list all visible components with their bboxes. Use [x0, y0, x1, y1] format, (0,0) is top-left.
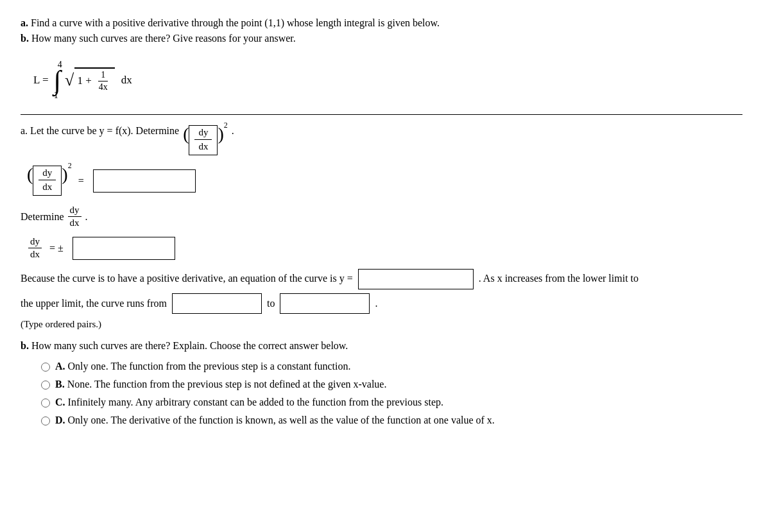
right-paren: ) [218, 125, 223, 143]
part-b-header-line: b. How many such curves are there? Give … [21, 31, 742, 46]
option-a-text: Only one. The function from the previous… [68, 361, 351, 372]
left-paren: ( [183, 125, 189, 143]
curve-equation-input[interactable] [358, 269, 474, 289]
bold-b-label: b. [21, 33, 29, 44]
dy-dx-fraction-box-2: dy dx [33, 166, 62, 196]
part-b-bold: b. [21, 340, 29, 351]
dy-top-4: dy [28, 236, 42, 248]
part-a-header-text: Find a curve with a positive derivative … [31, 17, 440, 28]
radio-b[interactable] [41, 381, 50, 390]
option-d-text: Only one. The derivative of the function… [68, 415, 495, 425]
problem-header: a. Find a curve with a positive derivati… [21, 15, 742, 46]
dy-dx-squared-expr: ( dy dx ) 2 [183, 125, 228, 155]
sqrt-expression: √ 1 + 1 4x [65, 67, 115, 94]
option-c-content: C. Infinitely many. Any arbitrary consta… [55, 397, 443, 408]
option-b-text: None. The function from the previous ste… [67, 379, 387, 390]
part-b-header-text: How many such curves are there? Give rea… [31, 33, 296, 44]
radio-c[interactable] [41, 399, 50, 408]
option-a-content: A. Only one. The function from the previ… [55, 361, 351, 372]
inside-prefix: 1 + [77, 74, 91, 87]
right-paren-2: ) [62, 166, 67, 184]
option-a-label: A. [55, 361, 65, 372]
lower-limit: 1 [54, 91, 58, 100]
fraction-denominator: 4x [96, 82, 110, 92]
dx-bottom-3: dx [68, 217, 81, 228]
determine-label: Determine [21, 211, 64, 223]
fraction-1-4x: 1 4x [96, 70, 110, 92]
option-b[interactable]: B. None. The function from the previous … [41, 379, 742, 390]
equals-sign: = [78, 175, 84, 187]
option-d-content: D. Only one. The derivative of the funct… [55, 415, 495, 426]
dy-dx-sq-lhs: ( dy dx ) 2 [27, 166, 72, 196]
option-a[interactable]: A. Only one. The function from the previ… [41, 361, 742, 372]
radio-a[interactable] [41, 363, 50, 372]
sqrt-symbol: √ [65, 72, 74, 89]
type-hint: (Type ordered pairs.) [21, 319, 742, 330]
left-paren-2: ( [27, 166, 33, 184]
option-c[interactable]: C. Infinitely many. Any arbitrary consta… [41, 397, 742, 408]
dx-bottom-4: dx [28, 248, 42, 260]
integral-display: L = 4 ∫ 1 √ 1 + 1 4x dx [33, 58, 742, 103]
dy-top-2: dy [39, 167, 56, 180]
dx-bottom: dx [194, 140, 212, 152]
dy-top-3: dy [68, 205, 81, 217]
dy-dx-answer-input[interactable] [73, 237, 175, 260]
sqrt-content: 1 + 1 4x [74, 67, 114, 94]
because-line: Because the curve is to have a positive … [21, 269, 742, 289]
section-divider [21, 114, 742, 115]
upper-limit: 4 [58, 60, 62, 69]
part-a-header-line: a. Find a curve with a positive derivati… [21, 15, 742, 31]
answer-options: A. Only one. The function from the previ… [41, 361, 742, 426]
option-c-text: Infinitely many. Any arbitrary constant … [68, 397, 443, 408]
dx-bottom-2: dx [39, 180, 56, 193]
part-a-intro: a. Let the curve be y = f(x). Determine … [21, 125, 742, 155]
dy-dx-inline-fraction: dy dx [68, 205, 81, 228]
dy-top: dy [194, 127, 212, 140]
part-a-period: . [232, 125, 234, 137]
dy-dx-eq-row: dy dx = ± [27, 236, 742, 260]
dy-dx-inline-fraction-2: dy dx [28, 236, 42, 260]
integral-symbol: 4 ∫ 1 [54, 58, 62, 103]
determine-period: . [85, 211, 88, 223]
integral-glyph: ∫ [54, 67, 62, 94]
bold-a-label: a. [21, 17, 28, 28]
because-text: Because the curve is to have a positive … [21, 273, 353, 284]
dx-label: dx [121, 74, 132, 87]
curve-to-input[interactable] [280, 293, 370, 314]
option-c-label: C. [55, 397, 65, 408]
dy-dx-squared-answer-input[interactable] [93, 169, 196, 193]
L-equals-label: L = [33, 74, 49, 87]
as-x-text: . As x increases from the lower limit to [479, 273, 639, 284]
determine-line: Determine dy dx . [21, 205, 742, 228]
part-b-section-header: b. How many such curves are there? Expla… [21, 340, 742, 352]
type-hint-text: (Type ordered pairs.) [21, 319, 101, 329]
option-d-label: D. [55, 415, 65, 425]
to-text: to [267, 298, 275, 309]
option-b-label: B. [55, 379, 65, 390]
upper-limit-text: the upper limit, the curve runs from [21, 298, 167, 309]
upper-limit-row: the upper limit, the curve runs from to … [21, 293, 742, 314]
dy-dx-squared-eq-row: ( dy dx ) 2 = [27, 166, 742, 196]
option-d[interactable]: D. Only one. The derivative of the funct… [41, 415, 742, 426]
dy-dx-fraction-box: dy dx [189, 125, 218, 155]
equals-pm-sign: = ± [49, 243, 64, 254]
radio-d[interactable] [41, 416, 50, 425]
option-b-content: B. None. The function from the previous … [55, 379, 386, 390]
part-b-header-text: How many such curves are there? Explain.… [31, 340, 348, 351]
period-3: . [375, 298, 377, 309]
fraction-numerator: 1 [98, 70, 108, 82]
part-a-intro-text: a. Let the curve be y = f(x). Determine [21, 125, 179, 137]
curve-from-input[interactable] [172, 293, 262, 314]
